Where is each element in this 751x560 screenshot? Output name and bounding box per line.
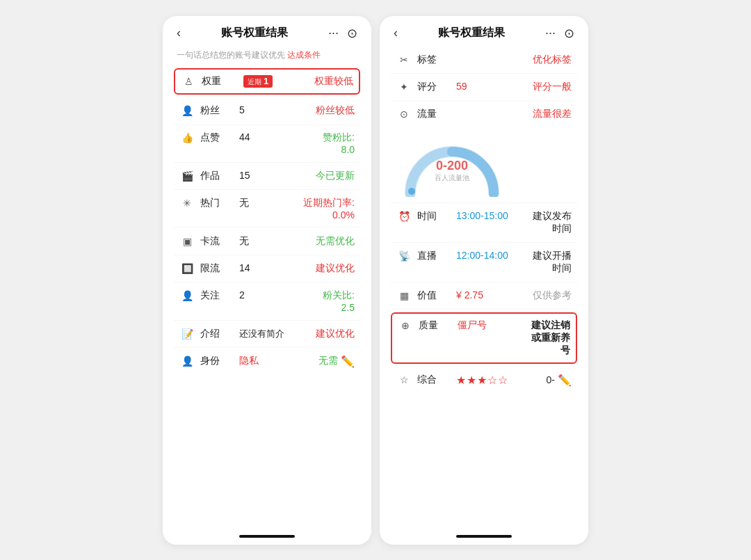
left-target-button[interactable]: ⊙ (347, 26, 357, 41)
works-value: 15 (239, 170, 267, 181)
right-phone-card: ‹ 账号权重结果 ··· ⊙ ✂ 标签 优化标签 ✦ 评分 59 评分一般 (380, 16, 588, 545)
fans-status: 粉丝较低 (273, 104, 355, 117)
intro-value: 还没有简介 (239, 328, 284, 340)
left-bottom-bar (239, 535, 295, 538)
overall-stars: ★★★☆☆ (456, 374, 508, 387)
right-title: 账号权重结果 (438, 26, 505, 40)
live-status: 建议开播时间 (514, 250, 572, 275)
hot-value: 无 (239, 197, 267, 209)
kaflow-icon: ▣ (179, 236, 195, 247)
value-label: 价值 (417, 289, 451, 302)
overall-icon: ☆ (396, 374, 412, 385)
gauge-label: 0-200 百人流量池 (435, 158, 469, 182)
value-amount: ¥ 2.75 (456, 289, 484, 301)
row-time: ⏰ 时间 13:00-15:00 建议发布时间 (391, 203, 577, 243)
score-icon: ✦ (396, 81, 412, 93)
gauge-container: 0-200 百人流量池 (396, 126, 508, 200)
intro-icon: 📝 (179, 328, 195, 339)
intro-status: 建议优化 (290, 328, 355, 340)
works-icon: 🎬 (179, 170, 195, 182)
row-value-row: ▦ 价值 ¥ 2.75 仅供参考 (391, 282, 577, 310)
quality-label: 质量 (419, 319, 452, 332)
right-header-icons: ··· ⊙ (545, 26, 574, 41)
likes-icon: 👍 (179, 132, 195, 143)
traffic-status: 流量很差 (490, 108, 572, 120)
row-score: ✦ 评分 59 评分一般 (391, 74, 577, 101)
follow-label: 关注 (200, 289, 234, 302)
value-icon: ▦ (396, 290, 412, 301)
weight-value: 近期 1 (241, 75, 273, 88)
row-intro: 📝 介绍 还没有简介 建议优化 (174, 321, 360, 348)
gauge-wrap: 0-200 百人流量池 (396, 134, 508, 197)
hot-status: 近期热门率:0.0% (273, 197, 355, 221)
fans-value: 5 (239, 104, 267, 115)
left-header: ‹ 账号权重结果 ··· ⊙ (163, 16, 371, 47)
overall-edit-icon[interactable]: ✏️ (558, 374, 572, 387)
row-tag: ✂ 标签 优化标签 (391, 47, 577, 74)
left-more-button[interactable]: ··· (328, 26, 339, 40)
works-status: 今已更新 (273, 170, 355, 182)
row-traffic: ⊙ 流量 流量很差 (391, 101, 577, 203)
identity-edit-icon[interactable]: ✏️ (341, 355, 355, 368)
follow-value: 2 (239, 289, 267, 301)
left-title: 账号权重结果 (221, 26, 288, 40)
main-container: ‹ 账号权重结果 ··· ⊙ 一句话总结您的账号建议优先 达成条件 ♙ 权重 近… (152, 5, 599, 556)
live-value: 12:00-14:00 (456, 250, 508, 261)
overall-label: 综合 (417, 374, 451, 386)
right-target-button[interactable]: ⊙ (564, 26, 574, 41)
left-back-button[interactable]: ‹ (177, 26, 181, 40)
overall-status: 0- ✏️ (514, 374, 572, 387)
right-header: ‹ 账号权重结果 ··· ⊙ (380, 16, 588, 47)
svg-point-0 (408, 188, 415, 195)
intro-label: 介绍 (200, 328, 234, 340)
right-more-button[interactable]: ··· (545, 26, 556, 40)
right-back-button[interactable]: ‹ (394, 26, 398, 40)
limit-status: 建议优化 (273, 262, 355, 275)
likes-label: 点赞 (200, 131, 234, 144)
tag-label: 标签 (417, 54, 451, 66)
gauge-subtext: 百人流量池 (435, 173, 469, 182)
row-overall: ☆ 综合 ★★★☆☆ 0- ✏️ (391, 367, 577, 394)
identity-value: 隐私 (239, 355, 267, 367)
row-quality: ⊕ 质量 僵尸号 建议注销或重新养号 (391, 312, 577, 364)
row-hot: ✳ 热门 无 近期热门率:0.0% (174, 190, 360, 228)
limit-icon: 🔲 (179, 263, 195, 274)
row-follow: 👤 关注 2 粉关比:2.5 (174, 282, 360, 321)
time-status: 建议发布时间 (514, 210, 572, 235)
identity-icon: 👤 (179, 355, 195, 367)
row-likes: 👍 点赞 44 赞粉比:8.0 (174, 125, 360, 163)
follow-icon: 👤 (179, 290, 195, 301)
time-icon: ⏰ (396, 211, 412, 222)
row-works: 🎬 作品 15 今已更新 (174, 163, 360, 190)
traffic-label: 流量 (417, 108, 451, 120)
fans-label: 粉丝 (200, 104, 234, 117)
kaflow-label: 卡流 (200, 235, 234, 248)
score-label: 评分 (417, 81, 451, 93)
hot-icon: ✳ (179, 198, 195, 209)
follow-status: 粉关比:2.5 (273, 289, 355, 313)
row-identity: 👤 身份 隐私 无需 ✏️ (174, 348, 360, 375)
kaflow-status: 无需优化 (273, 235, 355, 248)
likes-status: 赞粉比:8.0 (273, 131, 355, 155)
row-kaflow: ▣ 卡流 无 无需优化 (174, 228, 360, 255)
right-content: ✂ 标签 优化标签 ✦ 评分 59 评分一般 ⊙ 流量 流量很差 (380, 47, 588, 529)
weight-icon: ♙ (181, 76, 196, 87)
live-icon: 📡 (396, 250, 412, 262)
right-bottom-bar (456, 535, 512, 538)
hot-label: 热门 (200, 197, 234, 209)
identity-label: 身份 (200, 355, 234, 367)
gauge-value: 0-200 (435, 158, 469, 173)
quality-status: 建议注销或重新养号 (492, 319, 570, 357)
weight-badge: 近期 1 (243, 75, 273, 88)
time-label: 时间 (417, 210, 451, 223)
left-phone-card: ‹ 账号权重结果 ··· ⊙ 一句话总结您的账号建议优先 达成条件 ♙ 权重 近… (163, 16, 371, 545)
limit-label: 限流 (200, 262, 234, 275)
kaflow-value: 无 (239, 235, 267, 248)
left-notice-link[interactable]: 达成条件 (287, 50, 321, 60)
left-header-icons: ··· ⊙ (328, 26, 357, 41)
row-fans: 👤 粉丝 5 粉丝较低 (174, 97, 360, 125)
left-notice: 一句话总结您的账号建议优先 达成条件 (163, 47, 371, 65)
quality-icon: ⊕ (398, 320, 413, 331)
likes-value: 44 (239, 131, 267, 143)
tag-icon: ✂ (396, 54, 412, 65)
